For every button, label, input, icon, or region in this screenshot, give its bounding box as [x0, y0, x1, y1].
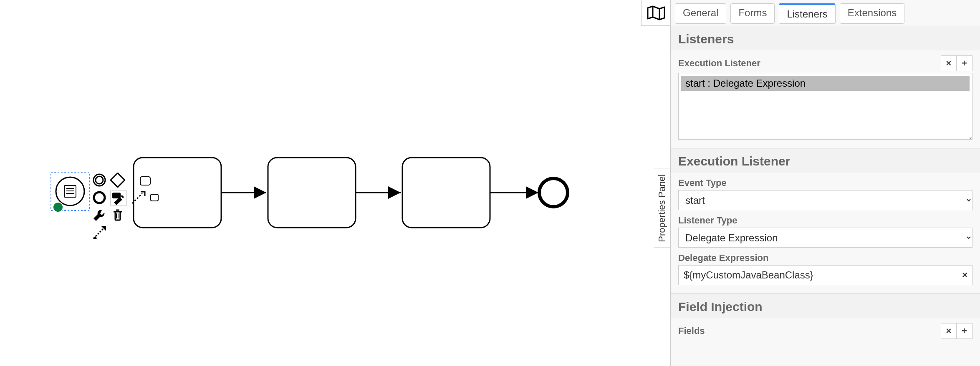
tab-bar: General Forms Listeners Extensions	[671, 0, 980, 24]
delegate-expression-label: Delegate Expression	[678, 253, 768, 263]
execution-listener-list[interactable]: start : Delegate Expression	[678, 73, 972, 140]
listeners-section-header: Listeners	[671, 26, 980, 50]
clear-input-button[interactable]: ×	[962, 270, 967, 281]
context-pad	[91, 172, 165, 242]
fields-label: Fields	[678, 326, 705, 336]
properties-panel-toggle[interactable]: Properties Panel	[654, 169, 670, 248]
svg-rect-7	[111, 173, 125, 187]
execution-listener-list-label: Execution Listener	[678, 58, 760, 69]
diagram-canvas[interactable]: Properties Panel	[0, 0, 670, 366]
svg-rect-10	[151, 194, 158, 201]
remove-field-button[interactable]: ×	[941, 323, 957, 339]
properties-panel-toggle-label: Properties Panel	[657, 174, 667, 242]
task-2[interactable]	[268, 158, 356, 228]
tab-listeners[interactable]: Listeners	[779, 3, 835, 24]
delegate-expression-input[interactable]	[678, 265, 972, 285]
field-injection-section-header: Field Injection	[671, 293, 980, 318]
tab-extensions[interactable]: Extensions	[840, 3, 904, 24]
listener-type-select[interactable]: Delegate Expression	[678, 228, 972, 248]
svg-point-8	[94, 192, 105, 203]
trash-icon[interactable]	[110, 208, 125, 223]
event-type-label: Event Type	[678, 178, 727, 188]
listener-badge	[53, 202, 63, 213]
subprocess-icon[interactable]	[149, 190, 164, 205]
tab-forms[interactable]: Forms	[730, 3, 775, 24]
wrench-icon[interactable]	[92, 208, 107, 223]
tab-general[interactable]: General	[675, 3, 726, 24]
properties-panel: General Forms Listeners Extensions Liste…	[670, 0, 980, 366]
event-type-select[interactable]: start	[678, 190, 972, 210]
end-event-icon[interactable]	[92, 190, 107, 205]
listener-type-label: Listener Type	[678, 215, 737, 226]
execution-listener-section-header: Execution Listener	[671, 148, 980, 173]
conditional-flow-icon[interactable]	[92, 225, 107, 240]
end-event[interactable]	[539, 178, 568, 207]
add-listener-button[interactable]: +	[957, 55, 972, 71]
intermediate-event-icon[interactable]	[92, 173, 107, 188]
annotation-icon[interactable]	[110, 191, 127, 206]
remove-listener-button[interactable]: ×	[941, 55, 957, 71]
gateway-icon[interactable]	[110, 173, 125, 188]
start-event[interactable]	[56, 177, 84, 206]
connect-icon[interactable]	[131, 190, 146, 205]
add-field-button[interactable]: +	[957, 323, 972, 339]
list-item[interactable]: start : Delegate Expression	[681, 76, 970, 91]
svg-rect-9	[112, 193, 121, 198]
svg-point-6	[96, 176, 103, 184]
task-3[interactable]	[402, 158, 490, 228]
